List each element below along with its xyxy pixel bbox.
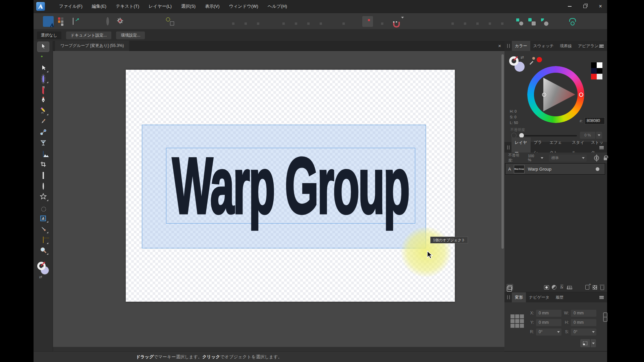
transform-origin-button[interactable] bbox=[580, 339, 590, 347]
chevron-down-button[interactable] bbox=[399, 16, 406, 27]
designer-persona-button[interactable] bbox=[43, 16, 54, 27]
transform-tab[interactable]: 履歴 bbox=[552, 292, 567, 302]
text-tool[interactable]: A bbox=[38, 214, 49, 223]
donut-button[interactable] bbox=[102, 16, 113, 27]
align-button[interactable] bbox=[276, 16, 287, 27]
duplicate-shape-button[interactable] bbox=[165, 16, 175, 27]
layer-lock-icon[interactable] bbox=[604, 158, 607, 160]
stroke-color-circle[interactable] bbox=[509, 56, 519, 66]
swatch[interactable] bbox=[597, 62, 602, 68]
align-button[interactable] bbox=[301, 16, 312, 27]
transform-field-input[interactable]: 0 mm bbox=[536, 310, 561, 317]
panel-grip-icon[interactable] bbox=[507, 44, 510, 48]
pixel-persona-button[interactable] bbox=[55, 16, 66, 27]
rotate-button[interactable] bbox=[495, 16, 505, 27]
vector-brush-tool[interactable] bbox=[38, 117, 49, 127]
document-setup-button[interactable]: ドキュメント設定... bbox=[66, 32, 112, 39]
insert-behind-button[interactable] bbox=[514, 16, 525, 27]
fill-tool[interactable] bbox=[38, 128, 49, 137]
node-tool[interactable] bbox=[38, 63, 49, 73]
layer-row[interactable]: AWarp GroupWarp Group bbox=[505, 163, 605, 175]
rotate-button[interactable] bbox=[482, 16, 493, 27]
rectangle-tool[interactable] bbox=[38, 171, 49, 180]
align-button[interactable] bbox=[288, 16, 299, 27]
align-menu-button[interactable] bbox=[336, 16, 347, 27]
magnet-button[interactable] bbox=[387, 16, 398, 27]
color-tab[interactable]: スウォッチ bbox=[530, 41, 557, 51]
vertical-scrollbar-thumb[interactable] bbox=[501, 54, 504, 249]
menu-item[interactable]: 選択(S) bbox=[176, 0, 200, 13]
layers-stack-icon[interactable] bbox=[506, 284, 513, 291]
saturation-handle[interactable] bbox=[542, 93, 546, 97]
flip-button[interactable] bbox=[445, 16, 456, 27]
point-transform-tool[interactable] bbox=[38, 74, 49, 84]
link-dimensions-icon[interactable] bbox=[603, 312, 606, 321]
stroke-color-circle[interactable] bbox=[37, 262, 46, 270]
opacity-chevron-icon[interactable] bbox=[541, 157, 543, 159]
preferences-button[interactable]: 環境設定... bbox=[116, 32, 145, 39]
vertical-scrollbar[interactable] bbox=[501, 52, 504, 344]
menu-item[interactable]: ファイル(F) bbox=[54, 0, 87, 13]
panel-grip-icon[interactable] bbox=[507, 145, 509, 149]
close-icon[interactable]: × bbox=[597, 3, 604, 10]
measure-tool[interactable] bbox=[38, 235, 49, 245]
layer-settings-gear-icon[interactable] bbox=[594, 156, 599, 161]
menu-item[interactable]: ヘルプ(H) bbox=[263, 0, 292, 13]
order-button[interactable] bbox=[251, 16, 261, 27]
adjustment-layer-icon[interactable] bbox=[551, 284, 557, 291]
pixel-grid-button[interactable] bbox=[140, 16, 151, 27]
insert-inside-button[interactable] bbox=[526, 16, 537, 27]
gear-button[interactable] bbox=[115, 16, 125, 27]
account-button[interactable] bbox=[564, 16, 574, 27]
menu-item[interactable]: 表示(V) bbox=[200, 0, 224, 13]
opacity-slider-track[interactable] bbox=[521, 135, 577, 136]
pen-tool[interactable] bbox=[38, 96, 49, 105]
transform-tab[interactable]: 変形 bbox=[512, 292, 526, 302]
panel-menu-icon[interactable] bbox=[599, 146, 604, 149]
artwork-text[interactable]: Warp Group bbox=[172, 146, 409, 226]
order-button[interactable] bbox=[238, 16, 249, 27]
order-button[interactable] bbox=[226, 16, 236, 27]
corner-tool[interactable] bbox=[38, 85, 49, 95]
layer-name[interactable]: Warp Group bbox=[528, 167, 596, 172]
artboard-tool[interactable] bbox=[38, 53, 49, 62]
swap-colors-icon[interactable]: ⇄ bbox=[521, 55, 524, 60]
hue-handle[interactable] bbox=[579, 93, 583, 97]
swap-colors-icon[interactable]: ⇄ bbox=[39, 275, 42, 279]
rasterize-icon[interactable] bbox=[591, 284, 598, 291]
picked-color-swatch[interactable] bbox=[537, 57, 542, 62]
grid-mesh-button[interactable] bbox=[152, 16, 163, 27]
layer-visibility-icon[interactable] bbox=[596, 167, 599, 171]
place-image-tool[interactable] bbox=[38, 149, 49, 159]
fill-stroke-indicator[interactable]: ⇄ bbox=[37, 262, 50, 277]
flip-button[interactable] bbox=[458, 16, 468, 27]
transform-field-input[interactable]: 0 mm bbox=[571, 319, 596, 326]
add-layer-icon[interactable] bbox=[584, 284, 591, 291]
color-picker-tool[interactable] bbox=[38, 224, 49, 234]
ellipse-tool[interactable] bbox=[38, 181, 49, 191]
menu-item[interactable]: 編集(E) bbox=[87, 0, 111, 13]
selection-bounds-inner[interactable]: Warp Group bbox=[166, 148, 415, 224]
color-tab[interactable]: 境界線 bbox=[557, 41, 575, 51]
pencil-tool[interactable] bbox=[38, 106, 49, 116]
export-persona-button[interactable] bbox=[68, 16, 78, 27]
layer-effects-icon[interactable]: fx bbox=[558, 284, 565, 291]
canvas-viewport[interactable]: Warp Group 1個のオブジェクト bbox=[53, 51, 504, 347]
swatch[interactable] bbox=[591, 62, 597, 68]
tab-close-icon[interactable]: × bbox=[498, 43, 501, 49]
fill-stroke-selector[interactable]: ⇄ bbox=[509, 56, 528, 75]
delete-layer-icon[interactable] bbox=[599, 284, 605, 291]
align-button[interactable] bbox=[313, 16, 324, 27]
zoom-tool[interactable] bbox=[38, 246, 49, 255]
transform-field-input[interactable]: 0° bbox=[536, 328, 561, 336]
mesh-warp-icon[interactable] bbox=[566, 284, 573, 291]
panel-menu-icon[interactable] bbox=[599, 296, 604, 299]
panel-grip-icon[interactable] bbox=[507, 295, 510, 299]
blend-mode-dropdown[interactable]: 標準 bbox=[549, 155, 587, 162]
move-tool[interactable] bbox=[38, 42, 49, 52]
swatch[interactable] bbox=[591, 74, 597, 79]
swatch[interactable] bbox=[597, 74, 602, 79]
menu-item[interactable]: レイヤー(L) bbox=[144, 0, 176, 13]
rotate-button[interactable] bbox=[470, 16, 481, 27]
layers-opacity-value[interactable]: 100 % bbox=[528, 154, 538, 162]
